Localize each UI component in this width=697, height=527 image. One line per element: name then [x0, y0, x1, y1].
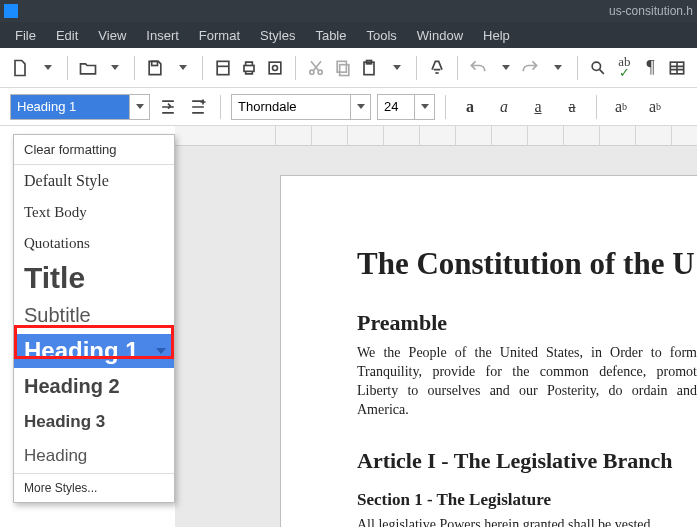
chevron-down-icon — [156, 348, 166, 354]
paragraph-style-drop-icon[interactable] — [129, 95, 149, 119]
dropdown-subtitle[interactable]: Subtitle — [14, 297, 174, 334]
insert-table-button[interactable] — [667, 56, 687, 80]
heading-section-1[interactable]: Section 1 - The Legislature — [357, 490, 697, 510]
paste-button[interactable] — [359, 56, 379, 80]
italic-button[interactable]: a — [490, 95, 518, 119]
paragraph-style-input[interactable] — [11, 95, 129, 119]
separator — [416, 56, 417, 80]
open-dropdown[interactable] — [104, 56, 124, 80]
font-size-input[interactable] — [378, 95, 414, 119]
menubar: File Edit View Insert Format Styles Tabl… — [0, 22, 697, 48]
dropdown-heading-1[interactable]: Heading 1 — [14, 334, 174, 368]
heading-preamble[interactable]: Preamble — [357, 310, 697, 336]
subscript-button[interactable]: ab — [641, 95, 669, 119]
menu-styles[interactable]: Styles — [251, 25, 304, 46]
separator — [134, 56, 135, 80]
dropdown-heading-1-label: Heading 1 — [24, 337, 139, 364]
print-preview-button[interactable] — [265, 56, 285, 80]
heading-article-1[interactable]: Article I - The Legislative Branch — [357, 448, 697, 474]
update-style-button[interactable] — [156, 95, 180, 119]
new-document-button[interactable] — [10, 56, 30, 80]
font-name-drop-icon[interactable] — [350, 95, 370, 119]
svg-point-11 — [592, 62, 600, 70]
menu-help[interactable]: Help — [474, 25, 519, 46]
svg-rect-7 — [339, 64, 348, 75]
svg-point-4 — [273, 65, 278, 70]
font-name-combo[interactable] — [231, 94, 371, 120]
cut-button[interactable] — [306, 56, 326, 80]
bold-button[interactable]: a — [456, 95, 484, 119]
find-replace-button[interactable] — [588, 56, 608, 80]
menu-edit[interactable]: Edit — [47, 25, 87, 46]
menu-tools[interactable]: Tools — [357, 25, 405, 46]
svg-rect-3 — [269, 62, 281, 74]
menu-format[interactable]: Format — [190, 25, 249, 46]
svg-point-5 — [310, 70, 314, 74]
new-style-button[interactable] — [186, 95, 210, 119]
save-dropdown[interactable] — [171, 56, 191, 80]
menu-view[interactable]: View — [89, 25, 135, 46]
paste-dropdown[interactable] — [385, 56, 405, 80]
menu-file[interactable]: File — [6, 25, 45, 46]
svg-rect-0 — [152, 61, 158, 65]
export-pdf-button[interactable] — [213, 56, 233, 80]
document-page[interactable]: The Constitution of the U Preamble We th… — [280, 175, 697, 527]
svg-rect-2 — [244, 65, 254, 71]
formatting-marks-button[interactable]: ¶ — [640, 56, 660, 80]
dropdown-text-body[interactable]: Text Body — [14, 197, 174, 228]
clone-formatting-button[interactable] — [426, 56, 446, 80]
save-button[interactable] — [145, 56, 165, 80]
svg-rect-8 — [337, 61, 346, 72]
standard-toolbar: ab✓ ¶ — [0, 48, 697, 88]
dropdown-more-styles[interactable]: More Styles... — [14, 474, 174, 502]
doc-title[interactable]: The Constitution of the U — [357, 246, 697, 282]
titlebar: us-consitution.h — [0, 0, 697, 22]
separator — [220, 95, 221, 119]
copy-button[interactable] — [333, 56, 353, 80]
menu-window[interactable]: Window — [408, 25, 472, 46]
dropdown-quotations[interactable]: Quotations — [14, 228, 174, 259]
spellcheck-button[interactable]: ab✓ — [614, 56, 634, 80]
svg-rect-1 — [217, 61, 229, 74]
document-filename: us-consitution.h — [609, 4, 693, 18]
svg-point-6 — [319, 70, 323, 74]
menu-table[interactable]: Table — [306, 25, 355, 46]
menu-insert[interactable]: Insert — [137, 25, 188, 46]
dropdown-title[interactable]: Title — [14, 259, 174, 297]
dropdown-heading-3[interactable]: Heading 3 — [14, 405, 174, 439]
paragraph-style-dropdown: Clear formatting Default Style Text Body… — [13, 134, 175, 503]
separator — [202, 56, 203, 80]
strikethrough-button[interactable]: a — [558, 95, 586, 119]
separator — [445, 95, 446, 119]
dropdown-heading[interactable]: Heading — [14, 439, 174, 473]
paragraph-preamble[interactable]: We the People of the United States, in O… — [357, 344, 697, 420]
redo-dropdown[interactable] — [547, 56, 567, 80]
separator — [67, 56, 68, 80]
undo-button[interactable] — [468, 56, 488, 80]
dropdown-default-style[interactable]: Default Style — [14, 165, 174, 197]
app-icon — [4, 4, 18, 18]
dropdown-heading-2[interactable]: Heading 2 — [14, 368, 174, 405]
open-button[interactable] — [78, 56, 98, 80]
font-name-input[interactable] — [232, 95, 350, 119]
print-button[interactable] — [239, 56, 259, 80]
paragraph-style-combo[interactable] — [10, 94, 150, 120]
redo-button[interactable] — [520, 56, 540, 80]
font-size-drop-icon[interactable] — [414, 95, 434, 119]
formatting-toolbar: a a a a ab ab — [0, 88, 697, 126]
separator — [295, 56, 296, 80]
font-size-combo[interactable] — [377, 94, 435, 120]
separator — [577, 56, 578, 80]
underline-button[interactable]: a — [524, 95, 552, 119]
dropdown-clear-formatting[interactable]: Clear formatting — [14, 135, 174, 164]
separator — [457, 56, 458, 80]
separator — [596, 95, 597, 119]
undo-dropdown[interactable] — [494, 56, 514, 80]
new-document-dropdown[interactable] — [36, 56, 56, 80]
superscript-button[interactable]: ab — [607, 95, 635, 119]
paragraph-section-1[interactable]: All legislative Powers herein granted sh… — [357, 516, 697, 527]
horizontal-ruler[interactable] — [175, 126, 697, 146]
